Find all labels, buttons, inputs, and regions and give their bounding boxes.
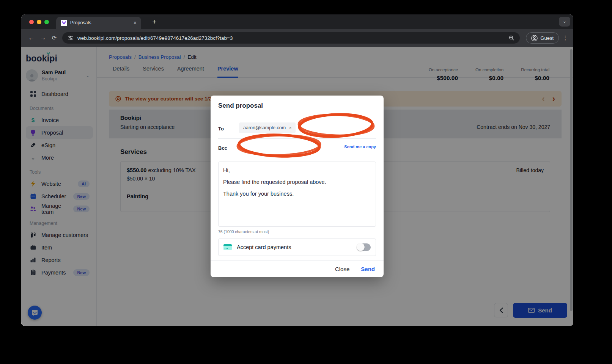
zoom-icon[interactable] [508, 35, 514, 41]
bookipi-favicon-icon [61, 20, 67, 26]
accept-card-payments-label: Accept card payments [237, 244, 291, 250]
to-field[interactable]: To aaron@sample.com × [218, 119, 376, 139]
tab-close-icon[interactable]: × [134, 20, 137, 25]
site-settings-icon[interactable] [68, 35, 74, 41]
close-button[interactable]: Close [335, 266, 349, 272]
message-textarea[interactable]: Hi, Please find the requested proposal a… [218, 162, 376, 227]
card-payments-toggle[interactable] [357, 243, 371, 251]
back-button[interactable]: ← [26, 34, 37, 42]
bcc-label: Bcc [218, 144, 239, 151]
message-line: Thank you for your business. [223, 191, 371, 197]
profile-button[interactable]: Guest [526, 32, 559, 44]
guest-avatar-icon [531, 35, 538, 41]
close-window-button[interactable] [29, 20, 34, 24]
tab-search-caret-button[interactable]: ⌄ [559, 17, 570, 27]
minimize-window-button[interactable] [37, 20, 41, 24]
send-proposal-modal: Send proposal To aaron@sample.com × Bcc … [211, 96, 384, 277]
reload-button[interactable]: ⟳ [49, 35, 60, 41]
character-count: 76 (1000 characters at most) [218, 229, 376, 234]
tab-title: Proposals [70, 20, 131, 25]
message-line: Please find the requested proposal above… [223, 179, 371, 185]
browser-window: Proposals × + ⌄ ← → ⟳ web.bookipi.com/pr… [21, 14, 573, 326]
browser-menu-button[interactable]: ⋮ [562, 35, 569, 41]
url-bar[interactable]: web.bookipi.com/proposals/edit/6749e9874… [62, 32, 520, 44]
accept-card-payments-row: Accept card payments [218, 238, 376, 256]
modal-header: Send proposal [211, 96, 384, 115]
to-label: To [218, 122, 239, 132]
recipient-chip: aaron@sample.com × [239, 122, 296, 133]
modal-footer: Close Send [211, 260, 384, 277]
browser-tab[interactable]: Proposals × [56, 17, 141, 29]
bcc-field[interactable]: Bcc Send me a copy [218, 139, 376, 156]
new-tab-button[interactable]: + [149, 17, 159, 27]
message-line: Hi, [223, 167, 371, 173]
page-viewport: bookipi Sam Paul Bookipi ⌄ [21, 47, 573, 326]
modal-send-button[interactable]: Send [361, 266, 375, 272]
browser-toolbar: ← → ⟳ web.bookipi.com/proposals/edit/674… [21, 29, 573, 47]
guest-label: Guest [540, 35, 554, 41]
tab-strip: Proposals × + ⌄ [21, 14, 573, 29]
url-text[interactable]: web.bookipi.com/proposals/edit/6749e9874… [77, 35, 505, 41]
modal-title: Send proposal [218, 102, 376, 110]
forward-button[interactable]: → [37, 34, 49, 42]
maximize-window-button[interactable] [44, 20, 49, 24]
remove-recipient-icon[interactable]: × [289, 126, 291, 130]
traffic-lights [29, 20, 49, 24]
credit-card-icon [223, 244, 232, 250]
send-me-a-copy-link[interactable]: Send me a copy [344, 144, 376, 149]
